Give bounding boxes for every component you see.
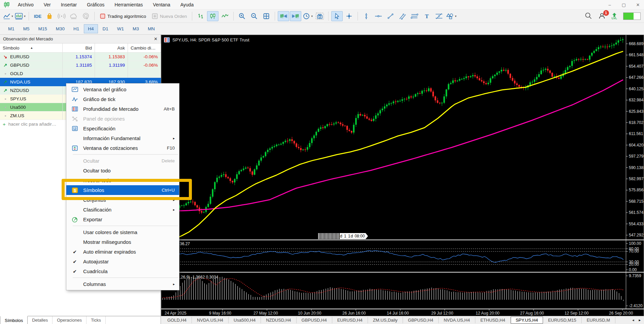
panel-tab-ticks[interactable]: Ticks	[87, 316, 106, 324]
menubar-item-grficos[interactable]: Gráficos	[82, 0, 109, 9]
menu-item-clasificaci-n[interactable]: Clasificación▸	[66, 205, 179, 215]
text-tool-icon[interactable]: T	[421, 11, 433, 21]
menubar-item-ayuda[interactable]: Ayuda	[175, 0, 199, 9]
chart-profile-icon[interactable]: ▾	[14, 11, 26, 21]
timeframe-D1[interactable]: D1	[99, 24, 112, 33]
timeframe-M30[interactable]: M30	[52, 24, 69, 33]
tile-windows-icon[interactable]	[261, 11, 272, 21]
minimize-button[interactable]: –	[607, 2, 612, 7]
new-order-button[interactable]: Nueva Orden	[149, 11, 189, 21]
chart-tab-Usa500H4[interactable]: Usa500,H4	[229, 317, 261, 323]
chart-tab-EURUSDM15[interactable]: EURUSD,M15	[543, 317, 582, 323]
timeframe-M3[interactable]: M3	[129, 24, 143, 33]
menu-item-cuadr-cula[interactable]: ✔Cuadrícula	[66, 266, 179, 276]
market-store-icon[interactable]	[44, 11, 55, 21]
zoom-in-icon[interactable]	[236, 11, 248, 21]
chart-tab-SPYUSH4[interactable]: SPY.US,H4	[511, 317, 543, 324]
menubar-item-ventana[interactable]: Ventana	[148, 0, 175, 9]
menu-item-gr-fico-de-tick[interactable]: Gráfico de tick	[66, 94, 179, 104]
panel-tab-detalles[interactable]: Detalles	[28, 316, 53, 324]
timeframe-M1[interactable]: M1	[4, 24, 19, 33]
chart-tab-GBPUSDH4[interactable]: GBPUSD,H4	[403, 317, 439, 323]
algo-trading-button[interactable]: Trading algorítmico	[97, 11, 148, 21]
bar-chart-icon[interactable]	[195, 11, 206, 21]
chart-tab-EURUSDH4[interactable]: EURUSD,H4	[332, 317, 368, 323]
chart-tab-EURUSDM[interactable]: EURUSD,M	[582, 317, 615, 323]
market-watch-close-icon[interactable]: ✕	[154, 36, 158, 41]
timeframe-H1[interactable]: H1	[69, 24, 83, 33]
menubar-item-ver[interactable]: Ver	[39, 0, 56, 9]
chart-tab-NVDAUSH4[interactable]: NVDA.US,H4	[439, 317, 475, 323]
close-button[interactable]: ✕	[635, 2, 641, 7]
column-header-symbol[interactable]: Símbolo▲	[0, 43, 63, 52]
menu-item-especificaci-n[interactable]: Especificación	[66, 124, 179, 133]
symbol-row-GOLD[interactable]: •GOLD	[0, 69, 161, 78]
cloud-icon[interactable]	[68, 11, 79, 21]
menu-item-ocultar-todo[interactable]: Ocultar todo	[66, 166, 179, 175]
menu-item-usar-colores-de-sistema[interactable]: Usar colores de sistema	[66, 227, 179, 237]
crosshair-icon[interactable]	[343, 11, 355, 21]
chart-tab-ZMUSDaily[interactable]: ZM.US,Daily	[368, 317, 403, 323]
menu-item-informaci-n-fundamental[interactable]: Información Fundamental▸	[66, 133, 179, 143]
chart-type-icon[interactable]: ▾	[2, 11, 14, 21]
chart-tab-GOLDH4[interactable]: GOLD,H4	[162, 317, 192, 323]
column-header-ask[interactable]: Ask	[95, 43, 128, 52]
fibonacci-icon[interactable]	[433, 11, 445, 21]
symbol-row-GBPUSD[interactable]: ↗GBPUSD 1.31185 1.31199 -0.06%	[0, 61, 161, 69]
community-icon[interactable]: 1	[598, 12, 606, 21]
line-chart-icon[interactable]	[219, 11, 231, 21]
screenshot-icon[interactable]	[314, 11, 326, 21]
menu-item-auto-eliminar-expirados[interactable]: ✔Auto eliminar expirados	[66, 247, 179, 257]
rsi-scale-label: 20.00	[629, 262, 639, 267]
column-header-bid[interactable]: Bid	[63, 43, 95, 52]
panel-tab-operaciones[interactable]: Operaciones	[53, 316, 87, 324]
signals-icon[interactable]	[56, 11, 67, 21]
ide-button[interactable]: IDE	[32, 11, 43, 21]
window-divider[interactable]	[161, 239, 644, 240]
panel-tab-símbolos[interactable]: Símbolos	[0, 316, 28, 324]
chart-area[interactable]: 668.689661.548654.407647.266640.125632.9…	[161, 35, 644, 316]
menu-item-mostrar-milisegundos[interactable]: Mostrar milisegundos	[66, 237, 179, 247]
search-icon[interactable]	[585, 12, 592, 21]
fast-navigation-widget[interactable]: d 1 1d 08:00	[318, 233, 368, 239]
equidistant-lines-icon[interactable]	[409, 11, 420, 21]
trendline-icon[interactable]	[385, 11, 396, 21]
column-header-change[interactable]: Cambio di…	[128, 43, 161, 52]
menu-item-exportar[interactable]: Exportar	[66, 215, 179, 224]
horizontal-line-icon[interactable]	[373, 11, 384, 21]
timeframe-W1[interactable]: W1	[113, 24, 128, 33]
chart-shift-icon[interactable]	[278, 11, 289, 21]
chart-tab-NVDAUSH4[interactable]: NVDA.US,H4	[192, 317, 229, 323]
vertical-line-icon[interactable]	[361, 11, 372, 21]
chart-tab-ETHUSDH4[interactable]: ETHUSD,H4	[475, 317, 511, 323]
zoom-out-icon[interactable]	[248, 11, 260, 21]
menubar-item-insertar[interactable]: Insertar	[56, 0, 82, 9]
symbol-row-EURUSD[interactable]: ↘EURUSD 1.15374 1.15383 -0.06%	[0, 53, 161, 61]
period-clock-icon[interactable]: ▾	[302, 11, 313, 21]
menubar-item-archivo[interactable]: Archivo	[13, 0, 39, 9]
window-divider[interactable]	[161, 272, 644, 273]
chart-tab-GBPUSDH4[interactable]: GBPUSD,H4	[297, 317, 332, 323]
maximize-button[interactable]: ▢	[621, 2, 626, 7]
menu-item-ventana-del-gr-fico[interactable]: Ventana del gráfico	[66, 85, 179, 94]
menu-item-autoajustar[interactable]: ✔Autoajustar	[66, 257, 179, 266]
timeframe-M5[interactable]: M5	[19, 24, 34, 33]
cursor-icon[interactable]	[331, 11, 343, 21]
menu-item-profundidad-de-mercado[interactable]: Profundidad de MercadoAlt+B	[66, 104, 179, 114]
window-divider[interactable]	[161, 309, 644, 310]
candlestick-chart-icon[interactable]	[207, 11, 218, 21]
tab-scroll-left-icon[interactable]: ◂	[632, 318, 634, 322]
menu-item-ventana-de-cotizaciones[interactable]: Ventana de cotizacionesF10	[66, 143, 179, 153]
menu-item-columnas[interactable]: Columnas▸	[66, 279, 179, 289]
shapes-icon[interactable]: ▾	[445, 11, 457, 21]
auto-scroll-icon[interactable]	[290, 11, 301, 21]
channel-icon[interactable]	[397, 11, 408, 21]
chart-tab-NZDUSDH4[interactable]: NZDUSD,H4	[261, 317, 296, 323]
tab-scroll-right-icon[interactable]: ▸	[639, 318, 641, 322]
vps-icon[interactable]	[80, 11, 92, 21]
timeframe-MN[interactable]: MN	[144, 24, 159, 33]
timeframe-M15[interactable]: M15	[34, 24, 51, 33]
timeframe-H4[interactable]: H4	[84, 24, 98, 33]
level-icon[interactable]: LVL	[612, 13, 617, 20]
menubar-item-herramientas[interactable]: Herramientas	[109, 0, 148, 9]
